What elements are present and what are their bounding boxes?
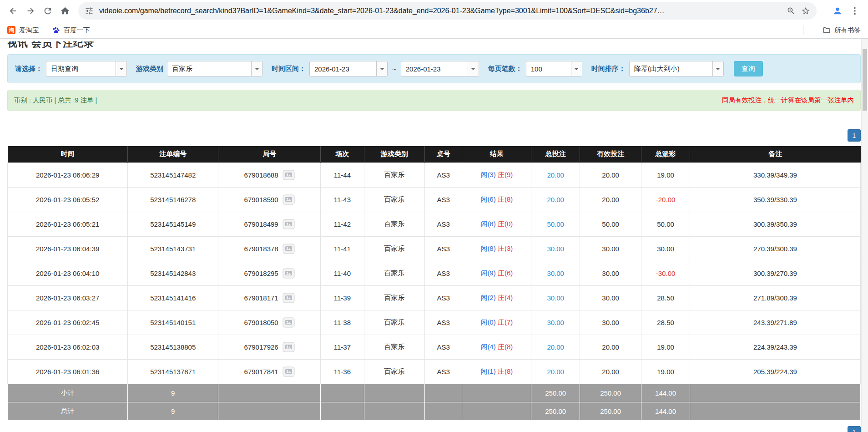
browser-chrome: videoie.com/game/betrecord_search/kind3?… <box>0 0 868 39</box>
round-replay-icon[interactable] <box>283 219 295 229</box>
result-player: 闲(8) <box>480 244 495 252</box>
page-size-select[interactable]: 100 <box>526 61 582 76</box>
bookmark-taobao[interactable]: 淘 爱淘宝 <box>7 26 39 35</box>
total-bet-link[interactable]: 30.00 <box>547 294 564 302</box>
refresh-button[interactable] <box>39 2 56 20</box>
column-header: 时间 <box>8 146 128 163</box>
site-settings-icon[interactable] <box>85 6 94 15</box>
summary-cell <box>218 402 321 420</box>
scrollbar-thumb[interactable] <box>863 49 867 111</box>
summary-cell: 250.00 <box>580 402 641 420</box>
cell-remark: 271.89/300.39 <box>690 285 861 310</box>
page-title-clip: 视讯 会员下注纪录 <box>7 41 861 51</box>
table-row: 2026-01-23 06:02:03523145138805679017926… <box>8 335 861 359</box>
chevron-down-icon[interactable] <box>468 61 479 76</box>
cell-bet-id: 523145143731 <box>128 236 218 261</box>
total-row: 总计9250.00250.00144.00 <box>8 402 861 420</box>
total-bet-link[interactable]: 20.00 <box>547 368 564 376</box>
cell-bet-id: 523145145149 <box>128 212 218 236</box>
url-text[interactable]: videoie.com/game/betrecord_search/kind3?… <box>99 7 781 15</box>
sort-order-select[interactable]: 降幂(由大到小) <box>629 61 724 76</box>
summary-cell: 250.00 <box>531 384 580 402</box>
cell-table-no: AS3 <box>424 285 462 310</box>
cell-time: 2026-01-23 06:02:03 <box>8 335 128 359</box>
cell-total-bet: 50.00 <box>531 212 580 236</box>
bookmarks-divider <box>803 25 803 35</box>
cell-valid-bet: 20.00 <box>580 335 641 359</box>
all-bookmarks-label: 所有书签 <box>834 26 861 35</box>
cell-result: 闲(0) 庄(7) <box>462 310 531 335</box>
address-bar[interactable]: videoie.com/game/betrecord_search/kind3?… <box>78 2 817 20</box>
table-row: 2026-01-23 06:04:10523145142843679018295… <box>8 261 861 285</box>
cell-table-no: AS3 <box>424 261 462 285</box>
bookmark-baidu[interactable]: 百度一下 <box>52 26 90 35</box>
column-header: 结果 <box>462 146 531 163</box>
summary-cell <box>364 384 424 402</box>
cell-game-type: 百家乐 <box>364 359 424 384</box>
toolbar-divider <box>825 5 825 16</box>
total-bet-link[interactable]: 30.00 <box>547 245 564 253</box>
round-replay-icon[interactable] <box>283 194 295 205</box>
game-type-select[interactable]: 百家乐 <box>167 61 262 76</box>
round-replay-icon[interactable] <box>283 317 295 328</box>
chevron-down-icon[interactable] <box>116 61 126 76</box>
menu-button[interactable] <box>846 2 863 20</box>
sort-order-label: 时间排序： <box>591 65 626 73</box>
total-bet-link[interactable]: 30.00 <box>547 269 564 277</box>
date-type-select[interactable]: 日期查询 <box>46 61 127 76</box>
date-end-input[interactable]: 2026-01-23 <box>401 61 479 76</box>
cell-valid-bet: 30.00 <box>580 285 641 310</box>
column-header: 总投注 <box>531 146 580 163</box>
home-icon <box>60 6 70 16</box>
round-replay-icon[interactable] <box>283 268 295 279</box>
result-player: 闲(2) <box>480 294 495 301</box>
total-bet-link[interactable]: 20.00 <box>547 171 564 179</box>
cell-valid-bet: 20.00 <box>580 187 641 212</box>
notice-text: 同局有效投注，统一计算在该局第一张注单内 <box>722 96 854 105</box>
cell-payout: 50.00 <box>641 212 690 236</box>
summary-cell: 250.00 <box>580 384 641 402</box>
cell-total-bet: 20.00 <box>531 187 580 212</box>
chevron-down-icon[interactable] <box>712 61 723 76</box>
summary-cell <box>690 402 861 420</box>
page-content: 视讯 会员下注纪录 请选择： 日期查询 游戏类别 百家乐 时间区间： 2026-… <box>0 39 868 432</box>
search-button[interactable]: 查询 <box>734 61 763 76</box>
cell-total-bet: 30.00 <box>531 285 580 310</box>
profile-button[interactable] <box>829 2 846 20</box>
summary-cell <box>462 402 531 420</box>
date-range-label: 时间区间： <box>272 65 306 73</box>
cell-time: 2026-01-23 06:05:52 <box>8 187 128 212</box>
result-banker: 庄(4) <box>498 294 513 301</box>
round-replay-icon[interactable] <box>283 366 295 377</box>
forward-button[interactable] <box>22 2 39 20</box>
chevron-down-icon[interactable] <box>251 61 262 76</box>
round-replay-icon[interactable] <box>283 293 295 303</box>
chevron-down-icon[interactable] <box>376 61 387 76</box>
payout-value: 50.00 <box>657 220 674 228</box>
cell-bet-id: 523145142843 <box>128 261 218 285</box>
round-replay-icon[interactable] <box>283 170 295 180</box>
back-button[interactable] <box>5 2 22 20</box>
total-bet-link[interactable]: 20.00 <box>547 196 564 203</box>
round-replay-icon[interactable] <box>283 244 295 254</box>
page-button-1[interactable]: 1 <box>848 129 861 142</box>
cell-valid-bet: 30.00 <box>580 236 641 261</box>
total-bet-link[interactable]: 20.00 <box>547 343 564 351</box>
date-start-input[interactable]: 2026-01-23 <box>309 61 388 76</box>
chevron-down-icon[interactable] <box>571 61 582 76</box>
cell-session: 11-43 <box>321 187 364 212</box>
zoom-icon[interactable] <box>787 6 796 15</box>
cell-table-no: AS3 <box>424 187 462 212</box>
all-bookmarks-button[interactable]: 所有书签 <box>823 26 861 35</box>
scrollbar[interactable] <box>861 39 868 432</box>
total-bet-link[interactable]: 30.00 <box>547 319 564 326</box>
cell-payout: 19.00 <box>641 335 690 359</box>
bookmark-label: 百度一下 <box>64 26 90 35</box>
page-button-1[interactable]: 1 <box>848 426 861 432</box>
home-button[interactable] <box>56 2 74 20</box>
bookmark-star-icon[interactable] <box>801 6 810 15</box>
table-row: 2026-01-23 06:02:45523145140151679018050… <box>8 310 861 335</box>
round-replay-icon[interactable] <box>283 342 295 352</box>
total-bet-link[interactable]: 50.00 <box>547 220 564 228</box>
round-number: 679018499 <box>244 220 278 228</box>
